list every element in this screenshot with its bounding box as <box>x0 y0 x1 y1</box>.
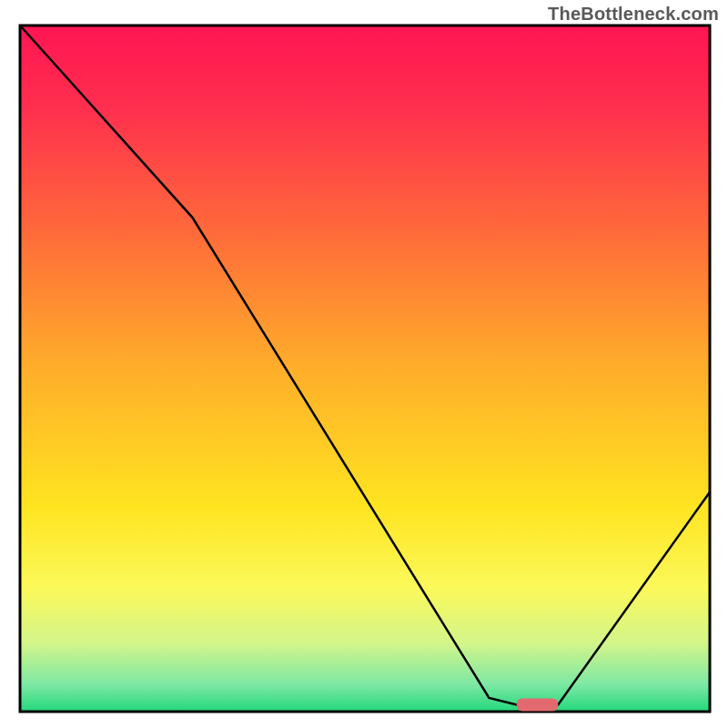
watermark-text: TheBottleneck.com <box>548 4 719 25</box>
chart-container: TheBottleneck.com <box>0 0 728 728</box>
plot-background <box>20 25 710 712</box>
bottleneck-chart <box>0 0 728 728</box>
target-marker <box>517 698 558 711</box>
